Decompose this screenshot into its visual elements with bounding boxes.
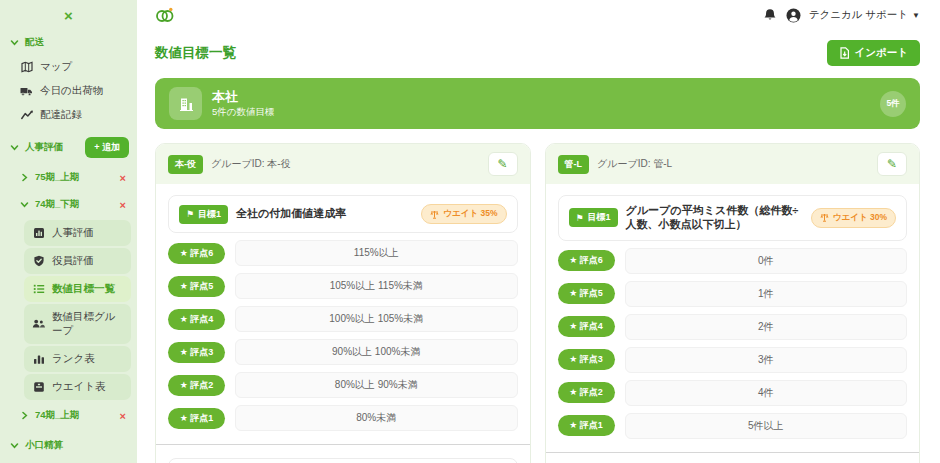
rating-pill: ★ 評点5 (558, 283, 615, 304)
sidebar-item-label: 数値目標一覧 (52, 282, 115, 296)
sidebar: × 配送 マップ 今日の出荷物 配達記録 人事評価 + 追加 75期_上期 × … (0, 0, 137, 463)
chevron-down-icon (20, 200, 29, 209)
group-card: 本-役 グループID: 本-役 ✎ ⚑目標1 全社の付加価値達成率 ウエイト 3… (155, 143, 531, 463)
shield-check-icon (32, 255, 45, 268)
delete-icon[interactable]: × (117, 410, 129, 422)
sidebar-section-hr-evaluation[interactable]: 人事評価 + 追加 (0, 127, 137, 164)
sidebar-item-label: 人事評価 (52, 226, 94, 240)
sidebar-item-map[interactable]: マップ (0, 55, 137, 79)
flag-icon: ⚑ (186, 209, 194, 219)
rating-row: ★ 評点2 4件 (558, 380, 908, 406)
sidebar-item-label: マップ (40, 60, 72, 74)
star-icon: ★ (569, 354, 577, 364)
rating-pill: ★ 評点3 (558, 349, 615, 370)
star-icon: ★ (180, 380, 188, 390)
sidebar-item-petty-cash[interactable]: 小口精算 (0, 458, 137, 463)
banner-title: 本社 (212, 88, 275, 106)
rating-value: 115%以上 (235, 240, 518, 266)
building-icon (169, 87, 202, 120)
delete-icon[interactable]: × (117, 199, 129, 211)
star-icon: ★ (180, 314, 188, 324)
rank-bars-icon (32, 353, 45, 366)
sidebar-period-74-second[interactable]: 74期_下期 × (0, 191, 137, 218)
group-id-label: グループID: 管-L (597, 157, 672, 171)
weight-badge: ウエイト 30% (811, 208, 896, 228)
goal-header: ⚑目標2 全社の付加価値昨年対比1 ウエイト 30% (168, 458, 518, 463)
goal-section: ⚑目標2 全社の付加価値昨年対比1 ウエイト 30% ★ 評点6 122%以上 … (168, 458, 518, 463)
goal-header: ⚑目標1 グループの平均ミス件数（総件数÷人数、小数点以下切上） ウエイト 30… (558, 195, 908, 241)
people-icon (32, 318, 45, 331)
page-title: 数値目標一覧 (155, 44, 236, 62)
period-label: 75期_上期 (35, 171, 79, 184)
account-menu[interactable]: テクニカル サポート ▼ (809, 8, 920, 22)
sidebar-subitem-officer-evaluation[interactable]: 役員評価 (24, 248, 131, 274)
user-avatar-icon[interactable] (786, 8, 801, 23)
group-badge: 管-L (558, 155, 590, 174)
scale-icon (820, 213, 829, 222)
sidebar-subitem-weight-table[interactable]: ウエイト表 (24, 374, 131, 400)
sidebar-period-74-first[interactable]: 74期_上期 × (0, 402, 137, 429)
top-bar: テクニカル サポート ▼ (155, 0, 920, 30)
sidebar-item-label: 役員評価 (52, 254, 94, 268)
rating-row: ★ 評点4 2件 (558, 314, 908, 340)
flag-icon: ⚑ (576, 213, 584, 223)
group-badge: 本-役 (168, 155, 203, 174)
sidebar-subitem-numeric-targets[interactable]: 数値目標一覧 (24, 276, 131, 302)
delete-icon[interactable]: × (117, 172, 129, 184)
rating-value: 80%以上 90%未満 (235, 372, 518, 398)
sidebar-item-label: 配達記録 (40, 108, 82, 122)
import-file-icon (839, 47, 850, 59)
list-icon (32, 283, 45, 296)
pencil-icon: ✎ (887, 157, 897, 171)
rating-row: ★ 評点1 5件以上 (558, 413, 908, 439)
sidebar-item-delivery-records[interactable]: 配達記録 (0, 103, 137, 127)
goal-section: ⚑目標1 グループの平均ミス件数（総件数÷人数、小数点以下切上） ウエイト 30… (558, 195, 908, 439)
star-icon: ★ (180, 281, 188, 291)
import-button-label: インポート (855, 46, 908, 60)
goal-divider (156, 444, 530, 445)
rating-pill: ★ 評点3 (168, 342, 225, 363)
sidebar-period-75-first[interactable]: 75期_上期 × (0, 164, 137, 191)
sidebar-subitem-rank-table[interactable]: ランク表 (24, 346, 131, 372)
chevron-down-icon (10, 143, 19, 152)
truck-icon (20, 85, 33, 98)
import-button[interactable]: インポート (827, 40, 920, 66)
sidebar-subitem-numeric-target-groups[interactable]: 数値目標グループ (24, 304, 131, 344)
sidebar-section-petty-cash[interactable]: 小口精算 (0, 429, 137, 458)
sidebar-item-label: 数値目標グループ (52, 310, 123, 338)
scale-icon (430, 210, 439, 219)
edit-group-button[interactable]: ✎ (877, 152, 907, 176)
goal-title: 全社の付加価値達成率 (236, 207, 346, 221)
rating-row: ★ 評点5 1件 (558, 281, 908, 307)
rating-pill: ★ 評点6 (558, 250, 615, 271)
rating-pill: ★ 評点4 (558, 316, 615, 337)
sidebar-subitem-hr-evaluation[interactable]: 人事評価 (24, 220, 131, 246)
rating-row: ★ 評点6 0件 (558, 248, 908, 274)
edit-group-button[interactable]: ✎ (488, 152, 518, 176)
star-icon: ★ (569, 321, 577, 331)
weight-badge: ウエイト 35% (421, 204, 506, 224)
rating-value: 80%未満 (235, 405, 518, 431)
sidebar-item-label: ランク表 (52, 352, 95, 366)
rating-value: 2件 (625, 314, 908, 340)
rating-row: ★ 評点3 3件 (558, 347, 908, 373)
headquarters-banner[interactable]: 本社 5件の数値目標 5件 (155, 78, 920, 129)
goal-header: ⚑目標1 全社の付加価値達成率 ウエイト 35% (168, 195, 518, 233)
goal-badge: ⚑目標1 (569, 208, 618, 227)
rating-value: 0件 (625, 248, 908, 274)
sidebar-item-todays-shipments[interactable]: 今日の出荷物 (0, 79, 137, 103)
main-content: テクニカル サポート ▼ 数値目標一覧 インポート 本社 5件の数値目標 5件 … (137, 0, 940, 463)
bar-chart-icon (32, 227, 45, 240)
sidebar-section-delivery[interactable]: 配送 (0, 26, 137, 55)
notification-bell-icon[interactable] (763, 8, 778, 23)
star-icon: ★ (180, 248, 188, 258)
group-id-label: グループID: 本-役 (211, 157, 291, 171)
caret-down-icon: ▼ (912, 11, 920, 20)
star-icon: ★ (569, 255, 577, 265)
rating-row: ★ 評点1 80%未満 (168, 405, 518, 431)
section-label: 配送 (25, 36, 44, 49)
rating-value: 3件 (625, 347, 908, 373)
sidebar-close-icon[interactable]: × (0, 6, 137, 26)
chart-line-icon (20, 109, 33, 122)
add-period-button[interactable]: + 追加 (85, 137, 129, 158)
